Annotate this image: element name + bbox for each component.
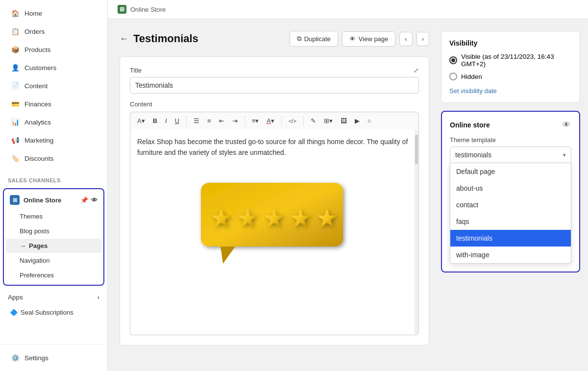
sidebar-item-navigation[interactable]: Navigation xyxy=(6,253,101,268)
main-content: ← Testimonials ⧉ Duplicate 👁 View page ‹… xyxy=(108,19,588,371)
sidebar-item-seal-subscriptions[interactable]: 🔷 Seal Subscriptions xyxy=(2,305,105,320)
apps-section: Apps › 🔷 Seal Subscriptions xyxy=(0,290,107,320)
sidebar-item-settings[interactable]: ⚙️ Settings xyxy=(3,349,104,367)
sidebar-item-discounts[interactable]: 🏷️ Discounts xyxy=(3,149,104,167)
sidebar-item-preferences[interactable]: Preferences xyxy=(6,268,101,282)
toolbar-underline-btn[interactable]: U xyxy=(172,115,182,126)
toolbar-source-btn[interactable]: </> xyxy=(286,116,299,126)
stars-svg: ★ ★ ★ ★ ★ xyxy=(196,173,353,271)
content-icon: 📄 xyxy=(11,81,20,90)
sidebar-item-marketing[interactable]: 📢 Marketing xyxy=(3,131,104,149)
sidebar-item-themes[interactable]: Themes xyxy=(6,209,101,223)
online-store-section-header[interactable]: ⊞ Online Store 📌 👁 xyxy=(4,191,103,209)
format2-icon: ✎ xyxy=(311,117,316,124)
theme-template-dropdown: Default page about-us contact faqs testi… xyxy=(450,163,571,264)
sidebar-label-discounts: Discounts xyxy=(24,155,53,162)
dropdown-item-faqs[interactable]: faqs xyxy=(450,213,571,230)
sidebar-item-blog-posts[interactable]: Blog posts xyxy=(6,224,101,238)
toolbar-image-btn[interactable]: 🖼 xyxy=(338,115,350,126)
image-icon: 🖼 xyxy=(341,117,347,124)
sidebar-item-pages[interactable]: → Pages xyxy=(6,239,101,253)
visibility-visible-option[interactable]: Visible (as of 23/11/2023, 16:43 GMT+2) xyxy=(449,53,572,68)
expand-icon[interactable]: ⤢ xyxy=(414,67,419,74)
sidebar-label-marketing: Marketing xyxy=(24,137,53,144)
back-button[interactable]: ← xyxy=(120,34,128,44)
sidebar-item-orders[interactable]: 📋 Orders xyxy=(3,23,104,40)
set-visibility-date-link[interactable]: Set visibility date xyxy=(449,87,497,95)
embed-icon: ○ xyxy=(368,117,371,124)
align-chevron: ▾ xyxy=(255,117,259,124)
online-store-panel: Online store 👁 Theme template testimonia… xyxy=(441,111,580,272)
online-store-icon: ⊞ xyxy=(10,195,20,205)
sidebar-label-orders: Orders xyxy=(24,28,45,35)
dropdown-item-about-us[interactable]: about-us xyxy=(450,180,571,197)
editor-scrollbar-thumb[interactable] xyxy=(415,135,418,164)
title-input[interactable] xyxy=(130,77,419,94)
select-chevron-icon: ▾ xyxy=(563,152,566,158)
svg-text:★: ★ xyxy=(316,204,339,232)
sidebar-item-products[interactable]: 📦 Products xyxy=(3,41,104,58)
color-icon: A xyxy=(267,117,271,124)
toolbar-italic-btn[interactable]: I xyxy=(162,115,170,126)
preview-icon[interactable]: 👁 xyxy=(91,197,98,204)
toolbar-table-btn[interactable]: ⊞ ▾ xyxy=(321,115,336,126)
next-button[interactable]: › xyxy=(416,32,429,46)
table-chevron: ▾ xyxy=(329,117,333,124)
toolbar-ol-btn[interactable]: ≡ xyxy=(204,115,214,126)
view-page-button[interactable]: 👁 View page xyxy=(342,31,395,47)
video-icon: ▶ xyxy=(355,117,360,124)
apps-header[interactable]: Apps › xyxy=(0,290,107,305)
toolbar-align-btn[interactable]: ≡ ▾ xyxy=(249,115,262,126)
sidebar-item-customers[interactable]: 👤 Customers xyxy=(3,59,104,76)
toolbar-indent-right-btn[interactable]: ⇥ xyxy=(229,115,241,126)
toolbar-format2-btn[interactable]: ✎ xyxy=(308,115,319,126)
products-icon: 📦 xyxy=(11,45,20,54)
right-panel: Visibility Visible (as of 23/11/2023, 16… xyxy=(441,19,588,371)
svg-text:★: ★ xyxy=(263,204,286,232)
hidden-label: Hidden xyxy=(461,73,482,80)
sidebar-label-products: Products xyxy=(24,46,50,53)
online-store-eye-button[interactable]: 👁 xyxy=(562,120,571,130)
online-store-actions: 📌 👁 xyxy=(80,197,98,204)
sidebar-item-analytics[interactable]: 📊 Analytics xyxy=(3,113,104,131)
dropdown-item-default[interactable]: Default page xyxy=(450,163,571,180)
visible-radio[interactable] xyxy=(449,56,457,64)
marketing-icon: 📢 xyxy=(11,136,20,145)
prev-button[interactable]: ‹ xyxy=(399,32,412,46)
editor-content-text: Relax Shop has become the trusted go-to … xyxy=(137,136,412,158)
toolbar-ul-btn[interactable]: ☰ xyxy=(191,115,202,126)
dropdown-item-with-image[interactable]: with-image xyxy=(450,247,571,263)
hidden-radio[interactable] xyxy=(449,73,457,80)
toolbar-video-btn[interactable]: ▶ xyxy=(352,115,363,126)
pin-icon[interactable]: 📌 xyxy=(80,197,88,204)
toolbar-color-btn[interactable]: A ▾ xyxy=(264,115,277,126)
sidebar-item-finances[interactable]: 💳 Finances xyxy=(3,95,104,113)
page-area: ← Testimonials ⧉ Duplicate 👁 View page ‹… xyxy=(108,19,441,371)
dropdown-item-contact[interactable]: contact xyxy=(450,197,571,213)
sidebar-item-content[interactable]: 📄 Content xyxy=(3,77,104,95)
title-field-label: Title ⤢ xyxy=(130,67,419,74)
blog-posts-label: Blog posts xyxy=(20,227,49,235)
toolbar-bold-btn[interactable]: B xyxy=(150,115,160,126)
editor-body[interactable]: Relax Shop has become the trusted go-to … xyxy=(130,129,419,335)
toolbar-format-btn[interactable]: A ▾ xyxy=(134,115,148,126)
editor-scrollbar-track[interactable] xyxy=(415,129,418,335)
duplicate-button[interactable]: ⧉ Duplicate xyxy=(290,31,338,47)
toolbar-sep-1 xyxy=(186,116,187,126)
preferences-label: Preferences xyxy=(20,272,54,279)
theme-template-select-display[interactable]: testimonials ▾ xyxy=(450,147,571,163)
format-chevron: ▾ xyxy=(142,117,145,124)
dropdown-item-testimonials[interactable]: testimonials xyxy=(450,230,571,247)
pages-arrow: → xyxy=(20,242,26,249)
apps-chevron-icon: › xyxy=(98,294,100,301)
color-chevron: ▾ xyxy=(271,117,274,124)
main-area: ⊞ Online Store ← Testimonials ⧉ Duplicat… xyxy=(108,0,588,371)
visibility-hidden-option[interactable]: Hidden xyxy=(449,73,572,80)
toolbar-embed-btn[interactable]: ○ xyxy=(365,115,374,126)
sidebar-item-home[interactable]: 🏠 Home xyxy=(3,4,104,22)
customers-icon: 👤 xyxy=(11,63,20,72)
topbar-store-name: Online Store xyxy=(130,6,166,13)
ul-icon: ☰ xyxy=(194,117,199,124)
duplicate-icon: ⧉ xyxy=(297,35,301,43)
toolbar-indent-left-btn[interactable]: ⇤ xyxy=(216,115,227,126)
